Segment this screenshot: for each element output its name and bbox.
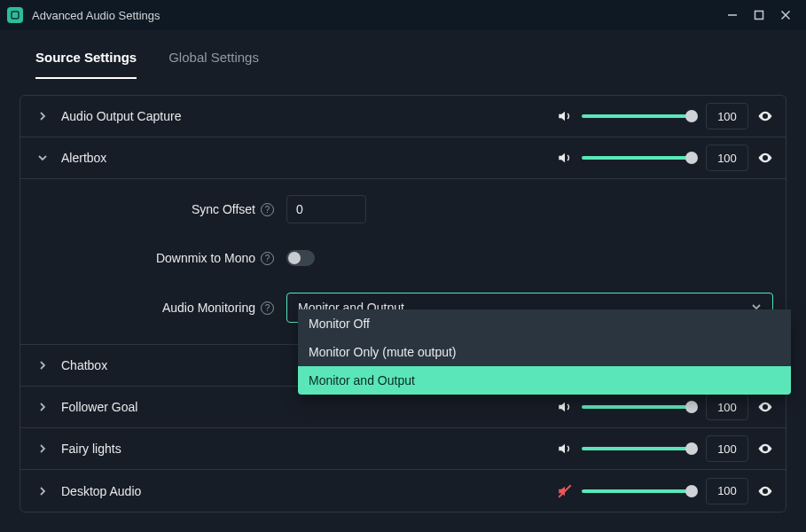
field-label: Audio Monitoring: [162, 301, 255, 315]
source-row: Audio Output Capture 100: [20, 96, 786, 137]
eye-icon[interactable]: [757, 441, 773, 457]
svg-rect-2: [755, 12, 763, 20]
eye-icon[interactable]: [757, 483, 773, 499]
sync-offset-field: Sync Offset ? 0: [33, 195, 773, 223]
volume-input[interactable]: 100: [706, 103, 748, 129]
speaker-icon[interactable]: [557, 108, 573, 124]
eye-icon[interactable]: [757, 150, 773, 166]
chevron-right-icon[interactable]: [33, 443, 52, 454]
chevron-right-icon[interactable]: [33, 111, 52, 121]
volume-input[interactable]: 100: [706, 394, 748, 420]
source-name: Alertbox: [61, 151, 557, 165]
monitoring-dropdown: Monitor Off Monitor Only (mute output) M…: [298, 309, 791, 395]
volume-slider[interactable]: [582, 114, 697, 118]
monitoring-option[interactable]: Monitor Off: [298, 309, 791, 338]
volume-slider[interactable]: [582, 489, 697, 493]
source-row: Alertbox 100: [20, 137, 786, 179]
volume-slider[interactable]: [582, 447, 697, 450]
help-icon[interactable]: ?: [261, 252, 274, 265]
volume-input[interactable]: 100: [706, 145, 748, 171]
monitoring-option[interactable]: Monitor Only (mute output): [298, 338, 791, 366]
tab-source-settings[interactable]: Source Settings: [35, 50, 137, 79]
downmix-toggle[interactable]: [286, 250, 315, 266]
source-name: Follower Goal: [61, 400, 557, 414]
volume-slider[interactable]: [582, 156, 697, 160]
speaker-icon[interactable]: [557, 399, 573, 415]
tab-bar: Source Settings Global Settings: [0, 30, 806, 79]
tab-global-settings[interactable]: Global Settings: [168, 50, 259, 79]
close-button[interactable]: [772, 3, 799, 27]
speaker-muted-icon[interactable]: [557, 483, 573, 499]
source-name: Fairy lights: [61, 442, 557, 456]
minimize-button[interactable]: [719, 3, 746, 27]
eye-icon[interactable]: [757, 108, 773, 124]
chevron-right-icon[interactable]: [33, 486, 52, 497]
help-icon[interactable]: ?: [261, 301, 274, 315]
source-name: Audio Output Capture: [61, 109, 557, 123]
svg-rect-0: [12, 12, 19, 19]
maximize-button[interactable]: [746, 3, 772, 27]
source-row: Desktop Audio 100: [20, 470, 786, 512]
chevron-right-icon[interactable]: [33, 402, 52, 412]
field-label: Sync Offset: [192, 202, 255, 216]
downmix-field: Downmix to Mono ?: [33, 250, 773, 266]
monitoring-option[interactable]: Monitor and Output: [298, 366, 791, 395]
field-label: Downmix to Mono: [156, 251, 255, 265]
volume-input[interactable]: 100: [706, 478, 748, 505]
chevron-right-icon[interactable]: [33, 360, 52, 371]
eye-icon[interactable]: [757, 399, 773, 415]
sources-panel: Audio Output Capture 100 Alertbo: [20, 95, 786, 512]
chevron-down-icon[interactable]: [33, 153, 52, 163]
volume-slider[interactable]: [582, 405, 697, 409]
speaker-icon[interactable]: [557, 441, 573, 457]
sync-offset-input[interactable]: 0: [286, 195, 366, 223]
window-title: Advanced Audio Settings: [32, 9, 719, 22]
app-icon: [7, 7, 23, 23]
speaker-icon[interactable]: [557, 150, 573, 166]
volume-input[interactable]: 100: [706, 435, 748, 462]
source-row: Fairy lights 100: [20, 428, 786, 470]
titlebar: Advanced Audio Settings: [0, 0, 806, 30]
help-icon[interactable]: ?: [261, 203, 274, 216]
source-name: Desktop Audio: [61, 484, 557, 498]
